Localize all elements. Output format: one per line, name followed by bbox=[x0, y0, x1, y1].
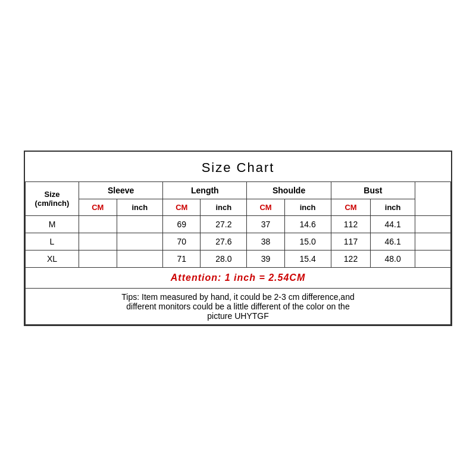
shoulde-inch-l: 15.0 bbox=[284, 233, 331, 250]
bust-inch-m: 44.1 bbox=[371, 215, 415, 233]
table-row: XL 71 28.0 39 15.4 122 48.0 bbox=[26, 250, 451, 267]
shoulde-cm-xl: 39 bbox=[247, 250, 284, 267]
length-cm-header: CM bbox=[163, 199, 201, 215]
attention-text: Attention: 1 inch = 2.54CM bbox=[26, 267, 451, 288]
bust-cm-l: 117 bbox=[331, 233, 371, 250]
shoulde-cm-m: 37 bbox=[247, 215, 284, 233]
sleeve-header: Sleeve bbox=[79, 181, 163, 199]
length-inch-header: inch bbox=[201, 199, 247, 215]
subheader-row: CM inch CM inch CM inch CM inch bbox=[26, 199, 451, 215]
tips-row: Tips: Item measured by hand, it could be… bbox=[26, 288, 451, 324]
size-chart-container: Size Chart Size(cm/inch) Sleeve Length S… bbox=[24, 151, 452, 326]
length-cm-xl: 71 bbox=[163, 250, 201, 267]
attention-row: Attention: 1 inch = 2.54CM bbox=[26, 267, 451, 288]
size-xl: XL bbox=[26, 250, 79, 267]
sleeve-inch-m bbox=[117, 215, 163, 233]
extra-col bbox=[415, 181, 451, 215]
length-cm-l: 70 bbox=[163, 233, 201, 250]
table-row: L 70 27.6 38 15.0 117 46.1 bbox=[26, 233, 451, 250]
bust-inch-header: inch bbox=[371, 199, 415, 215]
length-inch-xl: 28.0 bbox=[201, 250, 247, 267]
shoulde-inch-header: inch bbox=[284, 199, 331, 215]
length-inch-l: 27.6 bbox=[201, 233, 247, 250]
chart-title: Size Chart bbox=[25, 152, 451, 181]
bust-inch-l: 46.1 bbox=[371, 233, 415, 250]
sleeve-cm-xl bbox=[79, 250, 117, 267]
bust-cm-xl: 122 bbox=[331, 250, 371, 267]
length-header: Length bbox=[163, 181, 247, 199]
size-m: M bbox=[26, 215, 79, 233]
size-l: L bbox=[26, 233, 79, 250]
shoulde-header: Shoulde bbox=[247, 181, 331, 199]
sleeve-cm-header: CM bbox=[79, 199, 117, 215]
shoulde-inch-xl: 15.4 bbox=[284, 250, 331, 267]
shoulde-cm-l: 38 bbox=[247, 233, 284, 250]
page-wrapper: Size Chart Size(cm/inch) Sleeve Length S… bbox=[0, 0, 476, 476]
table-row: M 69 27.2 37 14.6 112 44.1 bbox=[26, 215, 451, 233]
extra-l bbox=[415, 233, 451, 250]
length-inch-m: 27.2 bbox=[201, 215, 247, 233]
bust-inch-xl: 48.0 bbox=[371, 250, 415, 267]
extra-xl bbox=[415, 250, 451, 267]
sleeve-inch-l bbox=[117, 233, 163, 250]
bust-cm-m: 112 bbox=[331, 215, 371, 233]
length-cm-m: 69 bbox=[163, 215, 201, 233]
shoulde-inch-m: 14.6 bbox=[284, 215, 331, 233]
size-table: Size(cm/inch) Sleeve Length Shoulde Bust… bbox=[25, 181, 451, 325]
sleeve-cm-m bbox=[79, 215, 117, 233]
tips-text: Tips: Item measured by hand, it could be… bbox=[26, 288, 451, 324]
bust-header: Bust bbox=[331, 181, 415, 199]
sleeve-inch-header: inch bbox=[117, 199, 163, 215]
bust-cm-header: CM bbox=[331, 199, 371, 215]
size-header: Size(cm/inch) bbox=[26, 181, 79, 215]
shoulde-cm-header: CM bbox=[247, 199, 284, 215]
header-row: Size(cm/inch) Sleeve Length Shoulde Bust bbox=[26, 181, 451, 199]
sleeve-cm-l bbox=[79, 233, 117, 250]
sleeve-inch-xl bbox=[117, 250, 163, 267]
extra-m bbox=[415, 215, 451, 233]
